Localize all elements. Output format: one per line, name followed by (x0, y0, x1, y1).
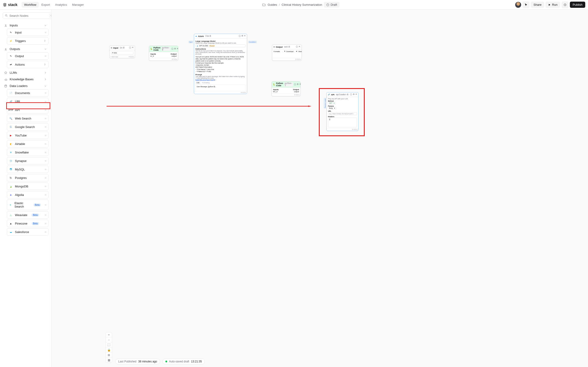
svg-point-4 (5, 85, 7, 85)
node-python-1[interactable]: 🐍Python Codepython-1ⓘ⚙✕ InputsOutput llm… (271, 81, 301, 96)
canvas[interactable]: ◎Inputin-0ⓘ✕ P-001 + Add new⟳ 0.0 s 🐍Pyt… (52, 10, 588, 367)
sidebar-item-url[interactable]: 🔗URL≡ (7, 98, 48, 105)
item-label: Triggers (15, 39, 26, 43)
close-icon[interactable]: ✕ (355, 93, 357, 96)
gear-icon[interactable]: ⚙ (297, 83, 299, 86)
close-icon[interactable]: ✕ (299, 45, 300, 48)
section-inputs[interactable]: Inputs (3, 22, 48, 29)
map-button[interactable]: ▦ (106, 358, 112, 363)
sidebar-item-google-search[interactable]: GGoogle Search≡ (7, 123, 48, 131)
sidebar-item-youtube[interactable]: ▶YouTube≡ (7, 132, 48, 139)
node-python-0[interactable]: 🐍Python Codepython-0ⓘ⚙✕ InputsOutput in_… (149, 46, 178, 61)
url-input[interactable]: e.g. https://swapi.dev/api/people/1 (328, 112, 357, 115)
params-select[interactable]: Body▾ (328, 107, 336, 110)
sidebar-item-documents[interactable]: 📄Documents≡ (7, 89, 48, 97)
section-kb[interactable]: Knowledge Bases (3, 76, 48, 83)
node-api[interactable]: 🔗APIapiloader-0ⓘ⚙✕ Ping any API with you… (326, 92, 359, 131)
zoom-out-button[interactable]: − (106, 337, 112, 342)
tab-workflow[interactable]: Workflow (22, 2, 39, 8)
lock-button[interactable]: 🔒 (106, 348, 112, 352)
llm-select[interactable]: ▲GPT-4o MiniPaused (195, 44, 246, 47)
sidebar-item-input[interactable]: ✎Input≡ (7, 29, 48, 36)
sidebar-item-snowflake[interactable]: ❄Snowflake≡ (7, 149, 48, 156)
info-icon[interactable]: ⓘ (171, 48, 173, 50)
clock-button[interactable] (562, 1, 569, 8)
search-input[interactable]: CtrlK (3, 12, 52, 19)
node-input[interactable]: ◎Inputin-0ⓘ✕ P-001 + Add new⟳ 0.0 s (109, 45, 135, 58)
model-status: Paused (209, 45, 215, 47)
gear-icon[interactable]: ⚙ (353, 93, 355, 96)
draft-badge[interactable]: Draft (324, 2, 339, 8)
headers-input[interactable]: {} (328, 118, 357, 127)
gear-icon[interactable]: ⚙ (242, 35, 243, 38)
node-title: Input (113, 47, 118, 49)
gear-icon[interactable]: ⚙ (174, 48, 176, 50)
zoom-in-button[interactable]: + (106, 332, 112, 337)
cursor-button[interactable] (523, 1, 529, 8)
section-dataloaders[interactable]: Data Loaders (3, 83, 48, 89)
sidebar-item-triggers[interactable]: ⚡Triggers (7, 37, 48, 44)
section-outputs[interactable]: Outputs (3, 46, 48, 52)
info-icon[interactable]: ⓘ (296, 45, 298, 48)
section-llms[interactable]: LLMs (3, 69, 48, 76)
breadcrumb-title[interactable]: Clinical History Summarization (282, 3, 322, 6)
add-new-btn[interactable]: + Add new (111, 56, 118, 58)
method-value: GET (329, 102, 332, 104)
close-icon[interactable]: ✕ (299, 83, 301, 86)
target-icon: ◎ (273, 46, 275, 48)
sidebar-item-pinecone[interactable]: ▲PineconeBeta≡ (7, 220, 48, 227)
tab-analytics[interactable]: Analytics (52, 2, 69, 8)
sidebar-item-weaviate[interactable]: ◬WeaviateBeta≡ (7, 211, 48, 219)
run-button[interactable]: Run (545, 2, 560, 8)
sidebar-item-output[interactable]: ✎Output≡ (7, 52, 48, 60)
sidebar-item-actions[interactable]: ⇄Actions (7, 61, 48, 68)
search-field[interactable] (9, 14, 48, 17)
info-icon[interactable]: ⓘ (294, 83, 296, 86)
close-icon[interactable]: ✕ (177, 48, 179, 50)
edit-button[interactable]: Edit (195, 81, 200, 84)
info-icon[interactable]: ⓘ (239, 35, 241, 38)
avatar[interactable] (515, 2, 521, 8)
download-icon: ⬇ (284, 50, 285, 52)
drag-icon: ≡ (44, 134, 46, 137)
sidebar-item-mongodb[interactable]: 🍃MongoDB≡ (7, 183, 48, 190)
prompt-link[interactable]: Examples of a good prompt (195, 79, 246, 81)
fit-button[interactable]: ⛶ (106, 342, 112, 348)
sidebar-item-postgres[interactable]: 🐘Postgres≡ (7, 174, 48, 181)
close-icon[interactable]: ✕ (132, 46, 134, 49)
svg-point-3 (5, 72, 7, 73)
tab-export[interactable]: Export (39, 2, 52, 8)
formatting-button[interactable]: Formatting (201, 82, 210, 84)
view-btn[interactable]: View (298, 51, 302, 52)
published-time: 38 minutes ago (138, 360, 157, 363)
llm-sub: Select the Large Language Model (LLM) yo… (195, 42, 246, 44)
tab-manager[interactable]: Manager (69, 2, 86, 8)
info-icon[interactable]: ⓘ (129, 46, 131, 49)
method-select[interactable]: GET▾ (328, 102, 336, 105)
input-value[interactable]: P-001 (111, 51, 133, 55)
close-icon[interactable]: ✕ (244, 35, 246, 38)
sidebar-item-airtable[interactable]: ◧Airtable≡ (7, 140, 48, 148)
share-button[interactable]: Share (531, 2, 544, 8)
prompt-body[interactable]: User Message: {python-0} (195, 84, 246, 91)
node-azure[interactable]: ▲Azurellm-0ⓘ⚙✕ Large Language Model Sele… (194, 34, 247, 94)
sidebar-item-mysql[interactable]: 🐬MySQL≡ (7, 166, 48, 173)
download-btn[interactable]: Download (286, 51, 294, 52)
instructions-body[interactable]: Your job is to parse JSON and render it … (195, 55, 246, 73)
node-output[interactable]: ◎Outputout-0ⓘ✕ Formatted | ⬇Download | 👁… (272, 44, 302, 61)
info-icon[interactable]: ⓘ (350, 93, 352, 96)
sidebar-item-algolia[interactable]: ◈Algolia≡ (7, 191, 48, 198)
sidebar-item-salesforce[interactable]: ☁Salesforce≡ (7, 228, 48, 236)
prompt-sub: The data sent in each message. Add data … (195, 76, 246, 79)
sidebar-item-web-search[interactable]: 🔍Web Search≡ (7, 115, 48, 122)
sidebar-item-elastic-search[interactable]: ≡Elastic SearchBeta≡ (7, 200, 48, 210)
logo[interactable]: stack (3, 3, 17, 7)
sidebar-item-synapse[interactable]: ⬡Synapse≡ (7, 157, 48, 165)
sidebar-item-api[interactable]: HTTPAPI≡ (7, 106, 48, 114)
topbar-right: Share Run Publish (515, 1, 585, 8)
folder-icon (262, 3, 266, 7)
publish-button[interactable]: Publish (570, 2, 585, 8)
params-label: Params (328, 105, 357, 107)
breadcrumb-folder[interactable]: Guides (268, 3, 277, 6)
grid-button[interactable]: ⊞ (106, 352, 112, 358)
